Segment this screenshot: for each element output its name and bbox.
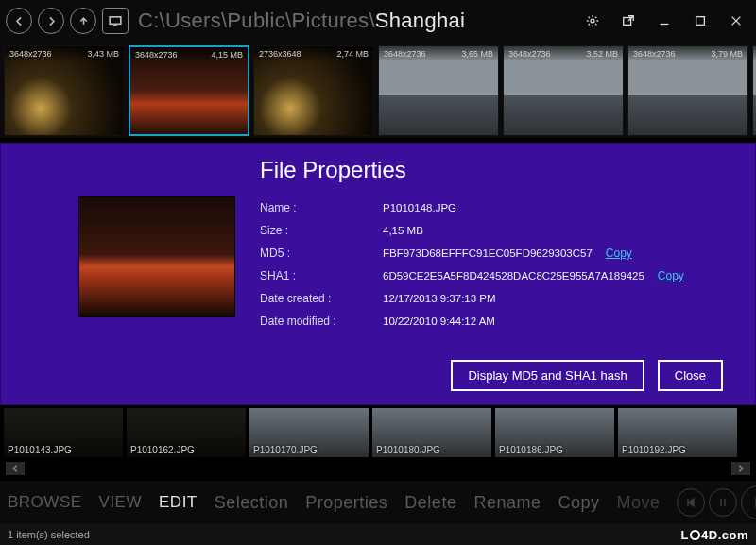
prop-row-md5: MD5 :FBF973D68EFFFC91EC05FD9629303C57Cop… [260,242,721,264]
thumbnail[interactable]: 3648x27363,65 MB [378,45,499,136]
thumb-res: 3648x2736 [9,49,52,59]
prop-row-name: Name :P1010148.JPG [260,196,721,219]
watermark: L4D.com [681,528,748,542]
prop-row-sha1: SHA1 :6D59CE2E5A5F8D424528DAC8C25E955A7A… [260,264,721,287]
thumbnail[interactable]: 2736x36482,74 MB [253,45,374,136]
player-controls [677,485,756,519]
thumbnail-selected[interactable]: 3648x27364,15 MB [129,45,249,136]
display-hash-button[interactable]: Display MD5 and SHA1 hash [451,360,644,391]
breadcrumb[interactable]: C:\Users\Public\Pictures\Shanghai [138,9,465,33]
copy-sha1-link[interactable]: Copy [658,269,684,282]
thumb-size: 4,15 MB [211,50,243,60]
up-button[interactable] [70,8,96,34]
thumbnail[interactable]: 3648x27363,52 MB [503,45,624,136]
action-rename[interactable]: Rename [473,493,541,513]
copy-md5-link[interactable]: Copy [606,247,632,260]
thumb-size: 3,79 MB [711,49,743,59]
action-move[interactable]: Move [616,493,660,513]
thumbnail[interactable]: 3648x27363,43 MB [4,45,125,136]
pause-button[interactable] [709,488,737,517]
bottom-toolbar: Browse View Edit Selection Properties De… [0,481,756,524]
settings-icon[interactable] [578,8,607,34]
popout-icon[interactable] [614,8,643,34]
thumbnail[interactable]: 3648x27363,79 MB [627,45,748,136]
thumb-size: 3,65 MB [461,49,493,59]
file-properties-dialog: File Properties Name :P1010148.JPG Size … [0,143,756,405]
thumbnail[interactable]: P1010180.JPG [372,408,491,457]
thumb-res: 2736x3648 [259,49,301,59]
status-bar: 1 item(s) selected L4D.com [0,524,756,545]
minimize-button[interactable] [650,8,679,34]
prev-button[interactable] [677,488,705,517]
back-button[interactable] [6,8,32,34]
tab-edit[interactable]: Edit [159,493,198,512]
thumbnail[interactable]: P1010143.JPG [4,408,123,457]
horizontal-scrollbar[interactable] [6,462,750,475]
tab-view[interactable]: View [99,493,142,512]
thumb-res: 3648x2736 [384,49,426,59]
prop-row-modified: Date modified :10/22/2010 9:44:12 AM [260,310,721,332]
scroll-left-icon[interactable] [6,462,25,475]
thumb-res: 3648x2736 [633,49,676,59]
svg-rect-3 [696,17,705,26]
thumbnail-strip: 3648x27363,43 MB 3648x27364,15 MB 2736x3… [0,42,756,138]
svg-point-1 [591,19,594,23]
thumb-res: 3648x2736 [135,50,178,60]
action-copy[interactable]: Copy [558,493,599,513]
thumbnail[interactable]: P1010170.JPG [249,408,369,457]
properties-preview-image [78,196,235,317]
thumbnail[interactable]: P1010192.JPG [618,408,737,457]
monitor-icon[interactable] [102,8,129,34]
close-dialog-button[interactable]: Close [658,360,723,391]
dialog-title: File Properties [260,157,721,183]
thumbnail[interactable]: P1010162.JPG [127,408,246,457]
prop-row-created: Date created :12/17/2013 9:37:13 PM [260,287,721,310]
scroll-right-icon[interactable] [731,462,750,475]
thumbnail[interactable]: 3648 [752,45,756,136]
close-button[interactable] [722,8,750,34]
top-navigation-bar: C:\Users\Public\Pictures\Shanghai [0,0,756,42]
forward-button[interactable] [38,8,64,34]
tab-browse[interactable]: Browse [8,493,82,512]
thumb-size: 3,52 MB [586,49,618,59]
action-delete[interactable]: Delete [404,493,456,513]
breadcrumb-prefix: C:\Users\Public\Pictures\ [138,9,375,32]
prop-row-size: Size :4,15 MB [260,219,721,242]
thumb-size: 3,43 MB [87,49,119,59]
action-properties[interactable]: Properties [305,493,387,513]
action-selection[interactable]: Selection [215,493,289,513]
maximize-button[interactable] [686,8,714,34]
thumb-size: 2,74 MB [336,49,369,59]
svg-rect-0 [110,17,121,24]
play-button[interactable] [741,485,756,519]
thumbnail[interactable]: P1010186.JPG [495,408,614,457]
thumb-res: 3648x2736 [508,49,551,59]
breadcrumb-current: Shanghai [375,9,465,32]
status-text: 1 item(s) selected [8,529,90,540]
thumbnail-strip-lower: P1010143.JPG P1010162.JPG P1010170.JPG P… [0,406,756,459]
